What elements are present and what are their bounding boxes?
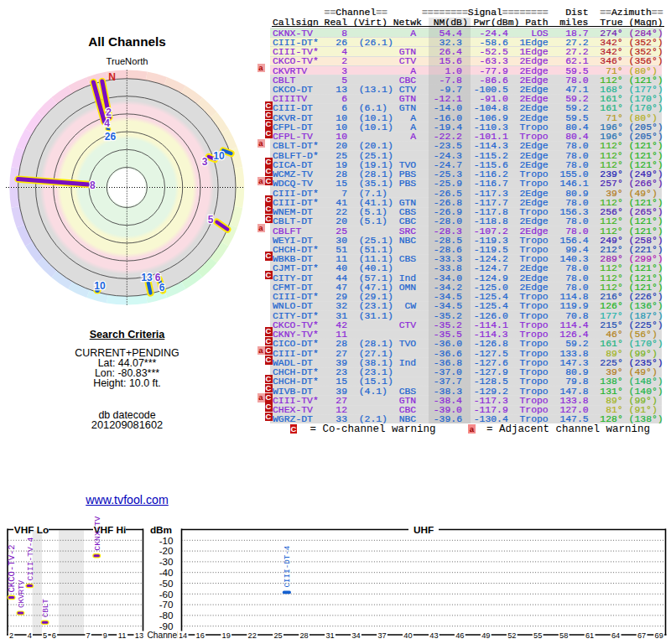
svg-text:-60: -60 <box>159 589 174 600</box>
svg-text:25: 25 <box>273 631 282 640</box>
svg-text:16: 16 <box>196 631 205 640</box>
svg-text:31: 31 <box>325 631 334 640</box>
svg-text:-50: -50 <box>159 578 174 589</box>
svg-text:CBLT: CBLT <box>41 599 50 618</box>
svg-text:CIII-DT-4: CIII-DT-4 <box>283 545 292 587</box>
svg-text:5: 5 <box>43 631 47 640</box>
svg-text:6: 6 <box>52 631 56 640</box>
svg-text:37: 37 <box>377 631 386 640</box>
svg-text:-20: -20 <box>159 545 174 556</box>
svg-text:9: 9 <box>103 631 107 640</box>
svg-text:CKCO-TV-2: CKCO-TV-2 <box>7 544 17 592</box>
svg-text:40: 40 <box>403 631 412 640</box>
svg-text:CKNX-TV: CKNX-TV <box>93 516 102 550</box>
svg-text:13: 13 <box>135 631 143 640</box>
svg-text:-40: -40 <box>159 567 174 578</box>
svg-text:Channel: Channel <box>148 631 179 640</box>
svg-text:CIII-TV-4: CIII-TV-4 <box>26 538 35 581</box>
svg-text:67: 67 <box>637 631 646 640</box>
svg-text:7: 7 <box>86 631 91 640</box>
svg-text:-70: -70 <box>159 599 174 610</box>
svg-text:19: 19 <box>222 631 231 640</box>
svg-text:2: 2 <box>9 631 13 640</box>
svg-text:43: 43 <box>429 631 438 640</box>
svg-text:49: 49 <box>481 631 490 640</box>
svg-text:46: 46 <box>455 631 464 640</box>
svg-text:52: 52 <box>507 631 516 640</box>
svg-text:4: 4 <box>28 631 32 640</box>
svg-text:58: 58 <box>559 631 568 640</box>
svg-text:UHF: UHF <box>414 524 434 536</box>
svg-text:dBm: dBm <box>150 524 172 536</box>
svg-text:-10: -10 <box>159 535 174 546</box>
svg-text:64: 64 <box>611 631 620 640</box>
svg-text:VHF Lo: VHF Lo <box>14 524 49 536</box>
svg-text:61: 61 <box>585 631 594 640</box>
svg-text:69: 69 <box>655 631 663 640</box>
svg-text:-80: -80 <box>159 610 174 621</box>
svg-text:14: 14 <box>179 631 187 640</box>
svg-text:22: 22 <box>248 631 257 640</box>
svg-text:28: 28 <box>299 631 308 640</box>
svg-text:34: 34 <box>351 631 360 640</box>
svg-text:CKVRTV: CKVRTV <box>17 580 26 609</box>
svg-text:-30: -30 <box>159 556 174 567</box>
svg-text:55: 55 <box>533 631 542 640</box>
svg-text:11: 11 <box>118 631 127 640</box>
